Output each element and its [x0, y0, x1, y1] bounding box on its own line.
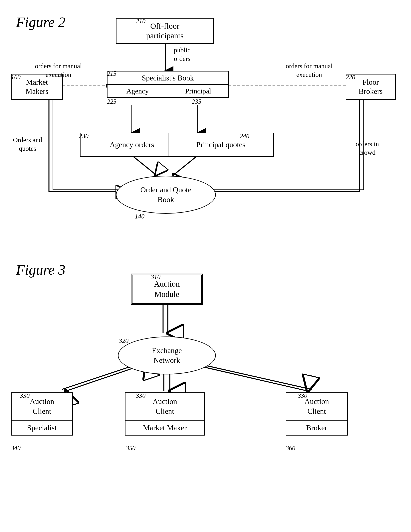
public-orders-label: publicorders: [174, 46, 190, 63]
svg-line-15: [174, 155, 198, 175]
ref-225: 225: [107, 98, 117, 105]
off-floor-box: Off-floor participants: [116, 18, 214, 44]
order-quote-book-ellipse: Order and Quote Book: [116, 176, 216, 214]
ref-330-mm: 330: [136, 392, 146, 399]
principal-quotes-box: Principal quotes: [168, 133, 274, 157]
ref-235: 235: [192, 98, 201, 105]
ref-160: 160: [11, 74, 20, 81]
auction-module-group: Auction Module: [131, 274, 203, 305]
specialist-label-box: Specialist: [11, 421, 73, 436]
principal-section: Principal: [168, 85, 228, 97]
broker-label-box: Broker: [286, 421, 348, 436]
orders-crowd-label: orders incrowd: [356, 140, 379, 157]
ref-340: 340: [11, 444, 20, 452]
ref-240: 240: [240, 133, 249, 140]
svg-line-14: [132, 155, 156, 175]
ref-220: 220: [346, 74, 355, 81]
ref-330-broker: 330: [298, 392, 307, 399]
orders-manual-left-label: orders for manualexecution: [35, 62, 82, 79]
specialists-book-box: Specialist's Book Agency Principal: [107, 71, 229, 98]
ref-310: 310: [151, 273, 160, 281]
figure3-title: Figure 3: [16, 262, 65, 278]
specialists-book-sections: Agency Principal: [108, 85, 228, 97]
figure2-title: Figure 2: [16, 14, 65, 30]
ref-210: 210: [136, 18, 146, 25]
ref-350: 350: [126, 444, 136, 452]
broker-client-box: Auction Client: [286, 392, 348, 421]
auction-module-box: Auction Module: [132, 275, 202, 304]
ref-140: 140: [135, 213, 145, 220]
ref-215: 215: [107, 70, 117, 77]
orders-quotes-label: Orders andquotes: [13, 136, 42, 153]
orders-manual-right-label: orders for manualexecution: [286, 62, 333, 79]
ref-230: 230: [79, 133, 88, 140]
specialists-book-title: Specialist's Book: [108, 71, 228, 85]
ref-320: 320: [119, 337, 128, 344]
agency-section: Agency: [108, 85, 168, 97]
ref-330-spec: 330: [20, 392, 29, 399]
exchange-network-ellipse: Exchange Network: [118, 336, 216, 374]
market-maker-label-box: Market Maker: [125, 421, 205, 436]
broker-group: Auction Client Broker: [286, 392, 348, 436]
ref-360: 360: [286, 444, 295, 452]
